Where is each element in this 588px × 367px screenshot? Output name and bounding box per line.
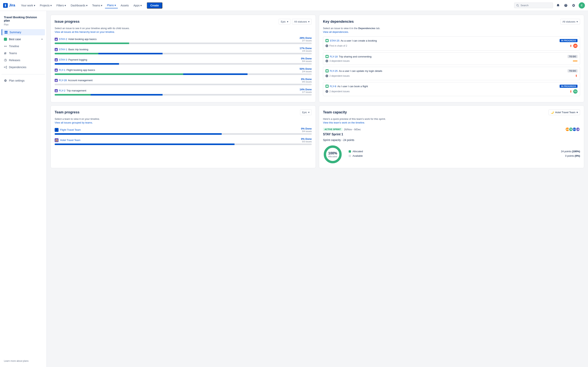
issue-name: Basic trip booking [68, 48, 88, 51]
dep-header: FLY-18 Trip sharing and commenting TO DO [326, 55, 578, 58]
pb-gray [129, 42, 312, 44]
team-epic-label: Epic [302, 111, 307, 114]
team-pb-blue [55, 143, 234, 145]
sidebar-footer: Learn more about plans [1, 356, 45, 364]
nav-dashboards[interactable]: Dashboards ▾ [69, 3, 89, 8]
nav-projects[interactable]: Projects ▾ [38, 3, 54, 8]
sidebar-item-timeline[interactable]: Timeline [1, 43, 45, 49]
team-row: 🏨 Hotel Travel Team 0% Done 0/3 issues [55, 137, 312, 145]
issue-id[interactable]: STAY-1 [59, 48, 67, 51]
plan-subtitle: Plan [1, 23, 45, 28]
dep-sub: ⊙ 2 dependent issues ⬆ TS [326, 89, 578, 94]
topnav-right: Search C [514, 2, 585, 8]
team-icon-selector: 🌙 [551, 111, 554, 114]
allocated-label: Allocated [353, 150, 363, 153]
deps-link[interactable]: View all dependencies. [323, 31, 580, 33]
learn-more-link[interactable]: Learn more about plans [4, 360, 29, 362]
issue-list: STAY-2 Hotel booking app basics 29% Done… [55, 36, 312, 96]
pb-green [55, 73, 183, 75]
dep-icon [326, 85, 329, 88]
dep-id[interactable]: STAY-25 [330, 39, 339, 42]
team-name[interactable]: Flight Travel Team [60, 128, 81, 131]
issue-icon [55, 89, 58, 92]
nav-teams[interactable]: Teams ▾ [90, 3, 104, 8]
nav-plans[interactable]: Plans ▾ [105, 2, 118, 8]
create-button[interactable]: Create [147, 2, 162, 8]
pb-blue [55, 63, 119, 65]
progress-bar [55, 84, 312, 85]
epic-filter-label: Epic [281, 20, 286, 23]
nav-filters[interactable]: Filters ▾ [54, 3, 68, 8]
dep-sub: ⊙ 3 dependent issues [326, 60, 578, 62]
dep-badge: TO DO [568, 55, 578, 58]
issue-id[interactable]: FLY-28 [59, 79, 67, 82]
issue-id[interactable]: FLY-1 [59, 68, 65, 71]
team-capacity-card: Team capacity 🌙 Hotel Travel Team ▾ Here… [319, 105, 584, 168]
team-progress-link[interactable]: View all issues grouped by teams. [55, 121, 312, 124]
best-case-label: Best case [9, 38, 21, 41]
timeline-label: Timeline [9, 45, 19, 48]
team-progress-card: Team progress Epic ▾ Select a team to vi… [51, 105, 316, 168]
issue-progress-link[interactable]: View all issues at this hierarchy level … [55, 31, 312, 33]
dep-icon [326, 55, 329, 58]
deps-status-filter[interactable]: All statuses ▾ [560, 19, 580, 25]
issue-row: STAY-2 Hotel booking app basics 29% Done… [55, 36, 312, 44]
nav-items: Your work ▾ Projects ▾ Filters ▾ Dashboa… [19, 2, 144, 8]
sidebar-item-best-case[interactable]: Best case ▾ [1, 36, 45, 42]
issue-id[interactable]: STAY-3 [59, 58, 67, 61]
issue-count: 0/4 issues [301, 60, 312, 62]
settings-icon[interactable] [571, 3, 576, 8]
issue-row: STAY-1 Basic trip booking 17% Done 1/6 i… [55, 47, 312, 54]
issue-id[interactable]: STAY-2 [59, 38, 67, 41]
svg-rect-21 [326, 56, 328, 57]
dep-sub-icon: ⊙ [326, 44, 328, 47]
sidebar-item-releases[interactable]: Releases [1, 57, 45, 63]
donut-text: 100% Allocated [328, 151, 337, 158]
issue-id[interactable]: FLY-2 [59, 89, 65, 92]
issue-row: FLY-28 Account management 0% Done 0/5 is… [55, 78, 312, 85]
dep-sub-text: 3 dependent issues [329, 60, 350, 62]
gear-icon [4, 79, 7, 82]
team-epic-filter[interactable]: Epic ▾ [300, 109, 312, 115]
issue-row: FLY-1 Flight booking app basics 50% Done… [55, 67, 312, 75]
pb-gray [119, 63, 312, 65]
capacity-legend: Allocated 24 points (100%) Available 0 p… [349, 150, 580, 159]
dep-id[interactable]: FLY-25 [330, 69, 337, 72]
help-icon[interactable] [563, 3, 569, 8]
nav-assets[interactable]: Assets [119, 3, 131, 8]
capacity-link[interactable]: View this team's work on the timeline. [323, 121, 580, 124]
svg-line-17 [5, 67, 6, 67]
progress-bar [55, 94, 312, 96]
status-filter[interactable]: All statuses ▾ [292, 19, 312, 25]
search-box[interactable]: Search [514, 2, 553, 8]
nav-your-work[interactable]: Your work ▾ [19, 3, 37, 8]
team-selector-name: Hotel Travel Team [555, 111, 575, 114]
issue-pct: 50% Done [300, 67, 312, 70]
svg-rect-5 [6, 31, 7, 32]
sprint-badge: ACTIVE SPRINT [323, 128, 342, 131]
releases-label: Releases [9, 59, 20, 62]
svg-point-12 [6, 52, 6, 53]
svg-point-9 [4, 46, 5, 47]
sidebar-item-summary[interactable]: Summary [1, 29, 45, 35]
sprint-name: STAY Sprint 1 [323, 133, 580, 136]
notifications-icon[interactable] [555, 3, 561, 8]
jira-logo[interactable]: Jira [3, 3, 15, 8]
user-avatar[interactable]: C [579, 2, 585, 8]
dep-id[interactable]: FLY-18 [330, 55, 337, 58]
issue-icon [55, 38, 58, 41]
nav-apps[interactable]: Apps ▾ [131, 3, 144, 8]
issue-pct: 29% Done [300, 36, 312, 39]
grid-icon [4, 31, 8, 34]
epic-filter[interactable]: Epic ▾ [279, 19, 290, 25]
deps-filter-arrow: ▾ [577, 20, 578, 23]
dep-id[interactable]: FLY-8 [330, 85, 336, 88]
team-selector[interactable]: 🌙 Hotel Travel Team ▾ [549, 109, 580, 115]
donut-pct: 100% [328, 151, 337, 155]
pb-gray [163, 53, 312, 54]
team-name[interactable]: Hotel Travel Team [60, 139, 80, 142]
dep-name: As a user I can create a booking [341, 39, 377, 42]
sidebar-item-plan-settings[interactable]: Plan settings [1, 77, 45, 84]
sidebar-item-teams[interactable]: Teams [1, 50, 45, 56]
sidebar-item-dependencies[interactable]: Dependencies [1, 64, 45, 70]
